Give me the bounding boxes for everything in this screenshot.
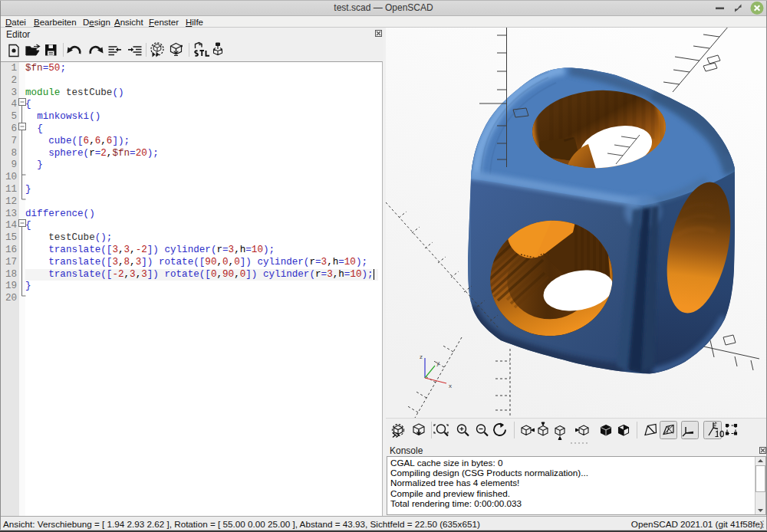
svg-text:z: z	[420, 353, 423, 360]
svg-text:y: y	[436, 360, 439, 366]
svg-text:x: x	[449, 383, 452, 389]
